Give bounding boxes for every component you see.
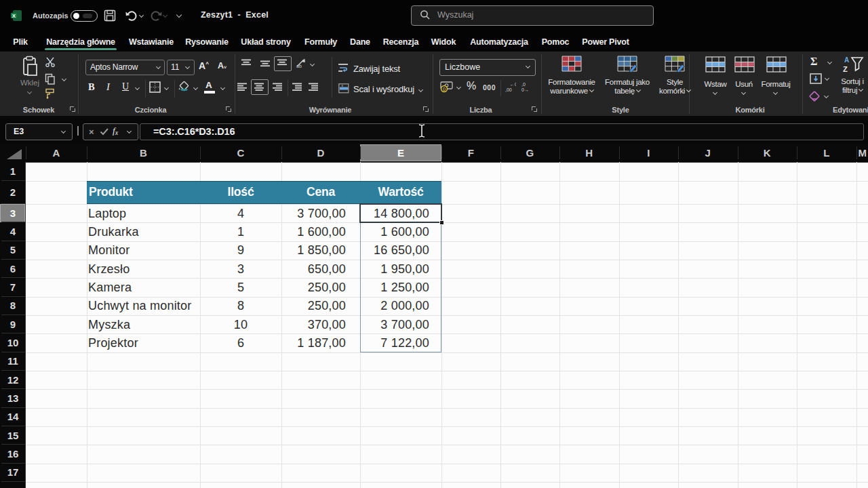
svg-text:X: X: [12, 13, 16, 19]
svg-text:0: 0: [443, 86, 446, 92]
svg-text:A: A: [844, 56, 849, 64]
svg-text:ab: ab: [296, 64, 302, 68]
svg-text:Z: Z: [843, 65, 848, 73]
svg-text:←0: ←0: [510, 82, 516, 87]
svg-text:,00: ,00: [505, 87, 512, 92]
svg-text:,0: ,0: [521, 82, 526, 87]
svg-text:0→: 0→: [521, 87, 529, 92]
